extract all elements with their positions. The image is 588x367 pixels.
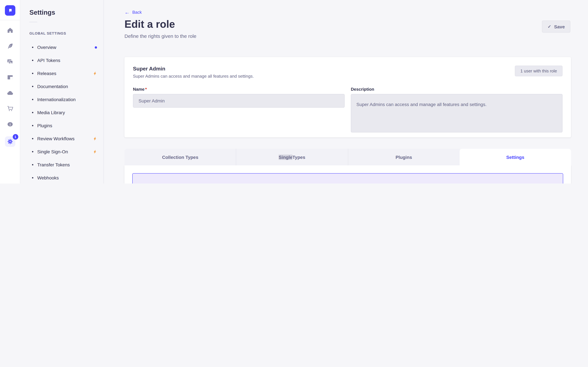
role-card-heading-block: Super Admin Super Admins can access and … <box>133 66 254 79</box>
name-input[interactable] <box>133 94 345 108</box>
bolt-icon <box>93 136 97 141</box>
tab-plugins[interactable]: Plugins <box>348 149 460 165</box>
name-label-text: Name <box>133 87 145 92</box>
sidebar-section-label: GLOBAL SETTINGS <box>29 31 96 35</box>
sidebar-item-label: Webhooks <box>37 175 59 181</box>
save-button[interactable]: ✓ Save <box>542 21 570 33</box>
notification-dot <box>95 46 97 49</box>
description-textarea[interactable]: Super Admins can access and manage all f… <box>351 94 562 133</box>
bullet-icon <box>32 86 33 87</box>
home-icon[interactable] <box>6 27 14 34</box>
settings-sidebar: Settings GLOBAL SETTINGSOverviewAPI Toke… <box>20 0 104 184</box>
bolt-icon <box>93 150 97 154</box>
role-description-text: Super Admins can access and manage all f… <box>133 74 254 79</box>
sidebar-item-label: Transfer Tokens <box>37 162 70 167</box>
main-nav-rail: 1 KD <box>0 0 20 184</box>
save-label: Save <box>554 24 565 29</box>
sidebar-item-releases[interactable]: Releases <box>20 67 104 80</box>
sidebar-item-internationalization[interactable]: Internationalization <box>20 93 104 106</box>
permissions-panel: Email Permissions settings for the email… <box>124 165 571 184</box>
sidebar-item-single-sign-on[interactable]: Single Sign-On <box>20 145 104 158</box>
sidebar-section-items: OverviewAPI TokensReleasesDocumentationI… <box>20 41 104 184</box>
description-field-group: Description Super Admins can access and … <box>351 87 562 134</box>
sidebar-item-webhooks[interactable]: Webhooks <box>20 171 104 184</box>
text-selection-highlight: Single <box>279 154 292 160</box>
page-subtitle: Define the rights given to the role <box>124 33 196 39</box>
content-manager-icon[interactable] <box>6 74 14 81</box>
sidebar-item-label: Single Sign-On <box>37 149 68 154</box>
bolt-icon <box>93 71 97 75</box>
bullet-icon <box>32 164 33 165</box>
app-root: 1 KD Settings GLOBAL SETTINGSOverviewAPI… <box>0 0 588 184</box>
sidebar-item-label: Releases <box>37 71 56 76</box>
gear-glyph <box>7 138 13 145</box>
main-content: ← Back Edit a role Define the rights giv… <box>104 0 588 184</box>
notification-badge: 1 <box>13 134 18 140</box>
info-icon[interactable] <box>6 121 14 128</box>
rail-divider <box>0 20 20 20</box>
back-label: Back <box>132 10 142 15</box>
sidebar-divider <box>29 22 37 22</box>
sidebar-item-label: Internationalization <box>37 97 76 102</box>
bullet-icon <box>32 151 33 152</box>
bolt-icon <box>93 150 97 154</box>
permissions-section: Collection TypesSingle TypesPluginsSetti… <box>124 149 571 184</box>
back-arrow-icon: ← <box>124 10 130 14</box>
sidebar-item-label: Media Library <box>37 110 65 115</box>
users-with-role-button[interactable]: 1 user with this role <box>515 66 562 76</box>
check-icon: ✓ <box>548 24 551 29</box>
sidebar-item-label: Overview <box>37 44 56 50</box>
bullet-icon <box>32 125 33 126</box>
description-label: Description <box>351 87 562 91</box>
bolt-icon <box>93 136 97 141</box>
bolt-icon <box>93 71 97 75</box>
back-link[interactable]: ← Back <box>124 10 142 15</box>
name-label: Name* <box>133 87 345 91</box>
settings-gear-icon[interactable]: 1 <box>5 136 15 147</box>
bullet-icon <box>32 60 33 61</box>
deploy-cloud-icon[interactable] <box>6 89 14 97</box>
sidebar-item-label: API Tokens <box>37 58 60 63</box>
sidebar-title: Settings <box>29 8 104 16</box>
required-asterisk: * <box>145 87 147 92</box>
content-writer-icon[interactable] <box>6 42 14 50</box>
page-title: Edit a role <box>124 18 175 31</box>
sidebar-item-label: Documentation <box>37 84 68 89</box>
email-accordion-header[interactable]: Email Permissions settings for the email… <box>133 174 563 184</box>
role-details-card: Super Admin Super Admins can access and … <box>124 57 571 137</box>
sidebar-item-plugins[interactable]: Plugins <box>20 119 104 132</box>
sidebar-item-api-tokens[interactable]: API Tokens <box>20 54 104 67</box>
sidebar-item-review-workflows[interactable]: Review Workflows <box>20 132 104 145</box>
tab-collection-types[interactable]: Collection Types <box>124 149 236 165</box>
sidebar-item-overview[interactable]: Overview <box>20 41 104 54</box>
email-permissions-accordion: Email Permissions settings for the email… <box>132 173 563 184</box>
sidebar-item-label: Review Workflows <box>37 136 75 142</box>
tab-settings[interactable]: Settings <box>460 149 571 165</box>
strapi-logo[interactable] <box>5 5 15 16</box>
permissions-tabstrip: Collection TypesSingle TypesPluginsSetti… <box>124 149 571 165</box>
strapi-logo-glyph <box>7 7 13 14</box>
name-field-group: Name* <box>133 87 345 134</box>
bullet-icon <box>32 112 33 113</box>
sidebar-item-label: Plugins <box>37 123 52 128</box>
tab-single-types[interactable]: Single Types <box>236 149 348 165</box>
sidebar-item-transfer-tokens[interactable]: Transfer Tokens <box>20 158 104 171</box>
role-name-heading: Super Admin <box>133 66 254 72</box>
bullet-icon <box>32 47 33 48</box>
bullet-icon <box>32 99 33 100</box>
bullet-icon <box>32 138 33 139</box>
sidebar-item-documentation[interactable]: Documentation <box>20 80 104 93</box>
rail-icon-list: 1 <box>0 27 20 147</box>
media-library-icon[interactable] <box>6 58 14 65</box>
bullet-icon <box>32 177 33 178</box>
marketplace-cart-icon[interactable] <box>6 105 14 112</box>
sidebar-item-media-library[interactable]: Media Library <box>20 106 104 119</box>
bullet-icon <box>32 73 33 74</box>
sidebar-sections: GLOBAL SETTINGSOverviewAPI TokensRelease… <box>20 31 104 184</box>
